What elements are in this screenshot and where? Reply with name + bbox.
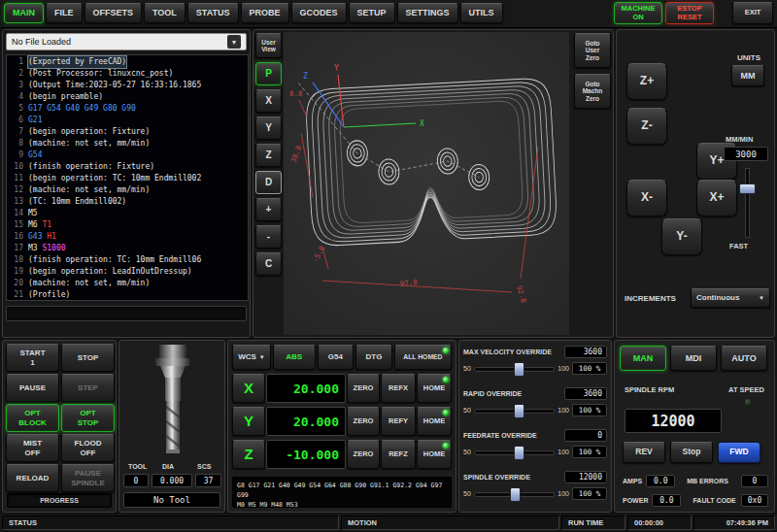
goto-user-zero-button[interactable]: Goto User Zero xyxy=(574,33,611,68)
step-button[interactable]: STEP xyxy=(61,374,115,402)
pause-spindle-button[interactable]: PAUSE SPINDLE xyxy=(61,464,115,492)
slider-max-label: 100 xyxy=(557,407,569,414)
spindle-stop-button[interactable]: Stop xyxy=(670,442,713,463)
gcode-text: (Post Processor: linuxcnc_post) xyxy=(28,68,173,80)
dia-col-label: DIA xyxy=(162,463,174,470)
axis-home-button[interactable]: HOME xyxy=(417,440,452,469)
jog-speed-slider[interactable] xyxy=(739,168,755,238)
axis-ref-button[interactable]: REFY xyxy=(381,407,416,436)
override-label: FEEDRATE OVERRIDE xyxy=(463,432,537,439)
view-button[interactable]: - xyxy=(255,225,282,249)
goto-machine-zero-button[interactable]: Goto Machn Zero xyxy=(574,74,611,109)
view-button[interactable]: User View xyxy=(255,33,282,58)
opt-block-button[interactable]: OPT BLOCK xyxy=(6,404,59,432)
override-slider[interactable] xyxy=(474,362,556,375)
mdi-input[interactable] xyxy=(6,306,247,321)
view-button[interactable]: + xyxy=(255,198,282,221)
amps-display: 0.0 xyxy=(646,475,675,487)
slider-handle[interactable] xyxy=(514,446,524,460)
gcode-line: 2 (Post Processor: linuxcnc_post) xyxy=(7,68,248,80)
override-slider[interactable] xyxy=(474,404,556,416)
override-slider[interactable] xyxy=(474,446,556,458)
view-button[interactable]: X xyxy=(255,89,282,113)
jog-z-plus-button[interactable]: Z+ xyxy=(626,63,667,100)
axis-zero-button[interactable]: ZERO xyxy=(347,407,380,436)
menu-button[interactable]: PROBE xyxy=(241,3,289,23)
menu-button[interactable]: SETUP xyxy=(349,3,395,23)
g54-button[interactable]: G54 xyxy=(318,345,355,370)
axis-letter-button[interactable]: Z xyxy=(232,440,265,469)
menu-button[interactable]: MAIN xyxy=(4,3,44,23)
override-percent-display: 100 % xyxy=(572,362,607,375)
abs-button[interactable]: ABS xyxy=(273,345,316,370)
axis-home-button[interactable]: HOME xyxy=(417,407,452,436)
gcode-line: 14 M5 xyxy=(7,208,248,219)
exit-button[interactable]: EXIT xyxy=(732,2,773,24)
gcode-line: 19 (begin operation: LeadInOutDressup) xyxy=(7,266,248,278)
estop-reset-button[interactable]: ESTOP RESET xyxy=(665,2,714,24)
file-selector-combo[interactable]: No File Loaded ▼ xyxy=(6,33,247,50)
gcode-text: M5 xyxy=(28,208,38,219)
menu-button[interactable]: TOOL xyxy=(144,3,186,23)
override-group: FEEDRATE OVERRIDE 0 50 100 100 % xyxy=(463,428,607,467)
slider-handle[interactable] xyxy=(510,487,521,502)
axis-letter-button[interactable]: Y xyxy=(232,407,265,436)
slider-track xyxy=(745,168,750,238)
menu-button[interactable]: FILE xyxy=(46,3,83,23)
manual-mode-button[interactable]: MAN xyxy=(620,346,666,371)
pause-button[interactable]: PAUSE xyxy=(6,374,59,402)
y-axis-label: Y xyxy=(334,64,339,73)
menu-button[interactable]: STATUS xyxy=(187,3,239,23)
override-group: SPINDLE OVERRIDE 12000 50 100 100 % xyxy=(463,470,607,509)
view-button[interactable]: Y xyxy=(255,116,282,140)
gcode-preview-canvas[interactable]: X Y Z 8.8 38.8 -5.0 97.8 92.8 xyxy=(284,32,569,335)
axis-ref-button[interactable]: REFZ xyxy=(381,440,416,469)
gcode-text: (finish operation: Fixture) xyxy=(28,161,154,173)
increments-combo[interactable]: Continuous ▼ xyxy=(691,288,770,308)
gcode-editor[interactable]: 1 (Exported by FreeCAD) 2 (Post Processo… xyxy=(6,54,249,301)
axis-zero-button[interactable]: ZERO xyxy=(347,440,380,469)
units-mm-button[interactable]: MM xyxy=(731,65,764,86)
menu-button[interactable]: SETTINGS xyxy=(397,3,458,23)
flood-button[interactable]: FLOOD OFF xyxy=(61,434,115,462)
spindle-fwd-button[interactable]: FWD xyxy=(718,442,760,463)
view-button[interactable]: Z xyxy=(255,144,282,167)
tool-panel: TOOL DIA SCS 0 0.000 37 No Tool xyxy=(118,340,225,513)
view-button[interactable]: D xyxy=(255,171,282,194)
reload-button[interactable]: RELOAD xyxy=(6,464,59,492)
override-slider[interactable] xyxy=(474,487,556,500)
machine-on-button[interactable]: MACHINE ON xyxy=(614,2,662,24)
tool-scs-display: 37 xyxy=(195,474,221,487)
mist-button[interactable]: MIST OFF xyxy=(6,434,59,462)
spindle-rev-button[interactable]: REV xyxy=(623,442,665,463)
opt-stop-button[interactable]: OPT STOP xyxy=(61,404,115,432)
slider-handle[interactable] xyxy=(514,404,524,418)
jog-z-minus-button[interactable]: Z- xyxy=(626,108,667,145)
view-button[interactable]: C xyxy=(255,252,282,276)
all-homed-label: ALL HOMED xyxy=(403,353,442,361)
tool-diameter-display: 0.000 xyxy=(152,474,192,487)
axis-letter-button[interactable]: X xyxy=(232,374,265,403)
axis-zero-button[interactable]: ZERO xyxy=(347,374,380,403)
dtg-button[interactable]: DTG xyxy=(355,345,392,370)
jog-y-minus-button[interactable]: Y- xyxy=(661,218,702,255)
all-homed-button[interactable]: ALL HOMED xyxy=(394,345,452,370)
jog-x-minus-button[interactable]: X- xyxy=(626,180,667,216)
cycle-start-button[interactable]: START 1 xyxy=(6,344,59,372)
slider-handle[interactable] xyxy=(514,362,524,377)
slider-handle[interactable] xyxy=(739,183,756,194)
menu-button[interactable]: OFFSETS xyxy=(84,3,143,23)
preview-panel: User ViewPXYZD+-C xyxy=(253,29,614,338)
mdi-mode-button[interactable]: MDI xyxy=(670,346,717,371)
axis-ref-button[interactable]: REFX xyxy=(381,374,416,403)
wcs-button[interactable]: WCS ▼ xyxy=(232,345,271,370)
menu-button[interactable]: UTILS xyxy=(460,3,503,23)
menu-button[interactable]: GCODES xyxy=(291,3,347,23)
line-number: 17 xyxy=(7,243,23,254)
line-number: 9 xyxy=(7,150,23,161)
view-button[interactable]: P xyxy=(255,62,282,85)
axis-home-button[interactable]: HOME xyxy=(417,374,452,403)
auto-mode-button[interactable]: AUTO xyxy=(721,346,767,371)
jog-x-plus-button[interactable]: X+ xyxy=(696,180,737,216)
stop-button[interactable]: STOP xyxy=(61,344,115,372)
